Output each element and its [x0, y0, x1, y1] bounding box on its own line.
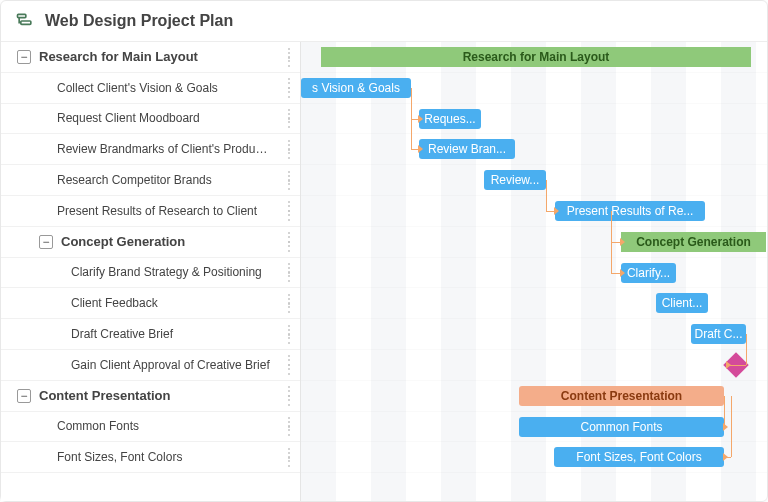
gantt-bar[interactable]: Research for Main Layout — [321, 47, 751, 67]
gantt-row: Review... — [301, 165, 767, 196]
drag-handle-icon[interactable]: ⋮⋮ — [278, 141, 300, 158]
collapse-toggle[interactable]: − — [39, 235, 53, 249]
gantt-rows: Research for Main Layouts Vision & Goals… — [301, 42, 767, 473]
task-label[interactable]: Review Brandmarks of Client's Products — [49, 142, 278, 156]
gantt-row: Font Sizes, Font Colors — [301, 442, 767, 473]
task-label[interactable]: Draft Creative Brief — [63, 327, 278, 341]
gantt-bar[interactable]: Client... — [656, 293, 708, 313]
gantt-bar[interactable]: Clarify... — [621, 263, 676, 283]
drag-handle-icon[interactable]: ⋮⋮ — [278, 110, 300, 127]
gantt-row: Reques... — [301, 104, 767, 135]
gantt-row: Review Bran... — [301, 134, 767, 165]
task-label[interactable]: Request Client Moodboard — [49, 111, 278, 125]
drag-handle-icon[interactable]: ⋮⋮ — [278, 202, 300, 219]
gantt-row: Concept Generation — [301, 227, 767, 258]
gantt-row: Client... — [301, 288, 767, 319]
task-row[interactable]: Gain Client Approval of Creative Brief⋮⋮ — [1, 350, 300, 381]
connector-arrow-icon — [418, 115, 423, 123]
gantt-row: Research for Main Layout — [301, 42, 767, 73]
gantt-row — [301, 350, 767, 381]
drag-handle-icon[interactable]: ⋮⋮ — [278, 356, 300, 373]
page-title: Web Design Project Plan — [45, 12, 233, 30]
task-label[interactable]: Common Fonts — [49, 419, 278, 433]
app-root: Web Design Project Plan −Research for Ma… — [0, 0, 768, 502]
task-row[interactable]: −Concept Generation⋮⋮ — [1, 227, 300, 258]
gantt-bar[interactable]: Draft C... — [691, 324, 746, 344]
drag-handle-icon[interactable]: ⋮⋮ — [278, 418, 300, 435]
task-row[interactable]: Review Brandmarks of Client's Products⋮⋮ — [1, 134, 300, 165]
connector-line — [546, 180, 547, 211]
gantt-row: Clarify... — [301, 258, 767, 289]
main-panel: −Research for Main Layout⋮⋮Collect Clien… — [1, 42, 767, 501]
connector-arrow-icon — [620, 269, 625, 277]
task-row[interactable]: Request Client Moodboard⋮⋮ — [1, 104, 300, 135]
gantt-bar[interactable]: Common Fonts — [519, 417, 724, 437]
task-list: −Research for Main Layout⋮⋮Collect Clien… — [1, 42, 301, 501]
connector-arrow-icon — [418, 145, 423, 153]
task-row[interactable]: Present Results of Research to Client⋮⋮ — [1, 196, 300, 227]
drag-handle-icon[interactable]: ⋮⋮ — [278, 49, 300, 66]
drag-handle-icon[interactable]: ⋮⋮ — [278, 387, 300, 404]
gantt-row: Draft C... — [301, 319, 767, 350]
task-label[interactable]: Font Sizes, Font Colors — [49, 450, 278, 464]
task-label[interactable]: Client Feedback — [63, 296, 278, 310]
gantt-chart-icon — [15, 11, 35, 31]
gantt-row: Common Fonts — [301, 412, 767, 443]
connector-line — [746, 334, 747, 365]
connector-line — [731, 396, 732, 458]
drag-handle-icon[interactable]: ⋮⋮ — [278, 264, 300, 281]
gantt-bar[interactable]: Review... — [484, 170, 546, 190]
task-row[interactable]: Research Competitor Brands⋮⋮ — [1, 165, 300, 196]
drag-handle-icon[interactable]: ⋮⋮ — [278, 79, 300, 96]
drag-handle-icon[interactable]: ⋮⋮ — [278, 326, 300, 343]
task-row[interactable]: Clarify Brand Strategy & Positioning⋮⋮ — [1, 258, 300, 289]
gantt-bar[interactable]: s Vision & Goals — [301, 78, 411, 98]
gantt-bar[interactable]: Content Presentation — [519, 386, 724, 406]
drag-handle-icon[interactable]: ⋮⋮ — [278, 172, 300, 189]
titlebar: Web Design Project Plan — [1, 1, 767, 42]
task-label[interactable]: Gain Client Approval of Creative Brief — [63, 358, 278, 372]
task-row[interactable]: Client Feedback⋮⋮ — [1, 288, 300, 319]
connector-arrow-icon — [554, 207, 559, 215]
task-row[interactable]: Common Fonts⋮⋮ — [1, 412, 300, 443]
task-label[interactable]: Concept Generation — [53, 234, 278, 249]
connector-arrow-icon — [723, 423, 728, 431]
connector-line — [411, 88, 412, 150]
drag-handle-icon[interactable]: ⋮⋮ — [278, 295, 300, 312]
task-row[interactable]: −Content Presentation⋮⋮ — [1, 381, 300, 412]
collapse-toggle[interactable]: − — [17, 50, 31, 64]
gantt-bar[interactable]: Concept Generation — [621, 232, 766, 252]
gantt-bar[interactable]: Review Bran... — [419, 139, 515, 159]
gantt-bar[interactable]: Font Sizes, Font Colors — [554, 447, 724, 467]
gantt-bar[interactable]: Reques... — [419, 109, 481, 129]
task-label[interactable]: Content Presentation — [31, 388, 278, 403]
task-label[interactable]: Research for Main Layout — [31, 49, 278, 64]
connector-arrow-icon — [726, 361, 731, 369]
collapse-toggle[interactable]: − — [17, 389, 31, 403]
connector-arrow-icon — [723, 453, 728, 461]
task-label[interactable]: Present Results of Research to Client — [49, 204, 278, 218]
task-row[interactable]: Draft Creative Brief⋮⋮ — [1, 319, 300, 350]
drag-handle-icon[interactable]: ⋮⋮ — [278, 233, 300, 250]
gantt-row: Content Presentation — [301, 381, 767, 412]
task-row[interactable]: Font Sizes, Font Colors⋮⋮ — [1, 442, 300, 473]
svg-rect-1 — [21, 21, 31, 24]
task-row[interactable]: −Research for Main Layout⋮⋮ — [1, 42, 300, 73]
gantt-bar[interactable]: Present Results of Re... — [555, 201, 705, 221]
drag-handle-icon[interactable]: ⋮⋮ — [278, 449, 300, 466]
gantt-row: Present Results of Re... — [301, 196, 767, 227]
connector-arrow-icon — [620, 238, 625, 246]
gantt-chart[interactable]: Research for Main Layouts Vision & Goals… — [301, 42, 767, 501]
connector-line — [611, 211, 612, 273]
gantt-row: s Vision & Goals — [301, 73, 767, 104]
task-label[interactable]: Clarify Brand Strategy & Positioning — [63, 265, 278, 279]
task-label[interactable]: Research Competitor Brands — [49, 173, 278, 187]
task-label[interactable]: Collect Client's Vision & Goals — [49, 81, 278, 95]
svg-rect-0 — [18, 14, 26, 17]
task-row[interactable]: Collect Client's Vision & Goals⋮⋮ — [1, 73, 300, 104]
